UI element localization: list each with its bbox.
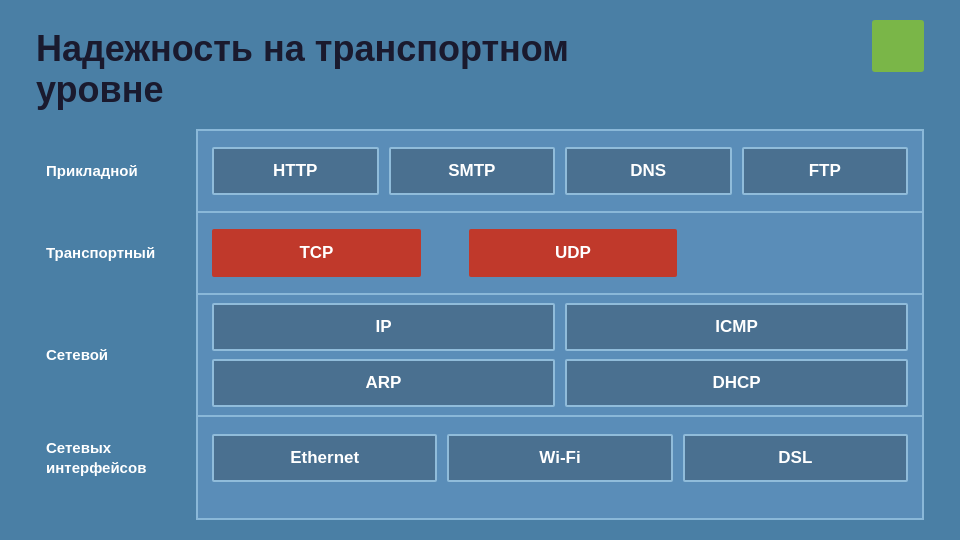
layer-label-prikladnoy: Прикладной — [36, 131, 196, 211]
proto-http: HTTP — [212, 147, 379, 195]
proto-wifi: Wi-Fi — [447, 434, 672, 482]
layer-row-prikladnoy: Прикладной HTTP SMTP DNS FTP — [198, 131, 922, 213]
proto-ethernet: Ethernet — [212, 434, 437, 482]
proto-smtp: SMTP — [389, 147, 556, 195]
proto-udp: UDP — [469, 229, 678, 277]
layer-label-setevoy: Сетевой — [36, 295, 196, 415]
layer-row-interface: Сетевых интерфейсов Ethernet Wi-Fi DSL — [198, 417, 922, 499]
slide-title: Надежность на транспортном уровне — [36, 28, 596, 111]
layer-cells-transport: TCP UDP — [198, 213, 922, 293]
proto-ip: IP — [212, 303, 555, 351]
green-accent — [872, 20, 924, 72]
layer-row-setevoy: Сетевой IP ICMP ARP DHCP — [198, 295, 922, 417]
layer-row-transport: Транспортный TCP UDP — [198, 213, 922, 295]
layer-cells-prikladnoy: HTTP SMTP DNS FTP — [198, 131, 922, 211]
layer-label-transport: Транспортный — [36, 213, 196, 293]
proto-icmp: ICMP — [565, 303, 908, 351]
proto-tcp: TCP — [212, 229, 421, 277]
setevoy-bottom-row: ARP DHCP — [198, 355, 922, 415]
proto-ftp: FTP — [742, 147, 909, 195]
network-table: Прикладной HTTP SMTP DNS FTP Транспортны… — [196, 129, 924, 520]
proto-dsl: DSL — [683, 434, 908, 482]
proto-dns: DNS — [565, 147, 732, 195]
layer-label-interface: Сетевых интерфейсов — [36, 417, 196, 499]
layer-cells-interface: Ethernet Wi-Fi DSL — [198, 417, 922, 499]
setevoy-cells: IP ICMP ARP DHCP — [198, 295, 922, 415]
proto-dhcp: DHCP — [565, 359, 908, 407]
setevoy-top-row: IP ICMP — [198, 295, 922, 355]
proto-arp: ARP — [212, 359, 555, 407]
